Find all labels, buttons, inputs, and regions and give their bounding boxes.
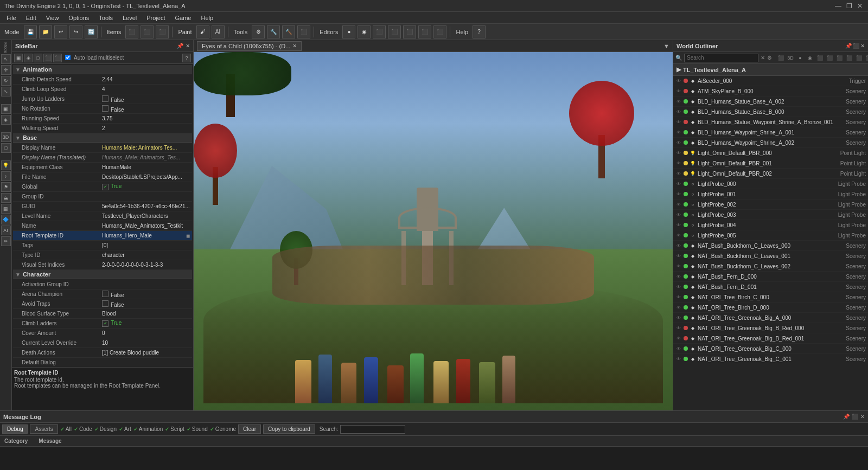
mode-nav-btn[interactable]: ⚑ — [1, 182, 11, 192]
log-filter-animation[interactable]: ✓ Animation — [133, 426, 163, 432]
prop-jump-up-ladders[interactable]: Jump Up Ladders False — [13, 94, 192, 104]
outliner-item[interactable]: 👁○LightProbe_003Light Probe — [673, 210, 868, 220]
outliner-eye-icon[interactable]: 👁 — [675, 181, 682, 187]
mode-sound-btn[interactable]: ♪ — [1, 171, 11, 181]
log-filter-sound[interactable]: ✓ Sound — [187, 426, 208, 432]
animation-section-header[interactable]: ▼ Animation — [13, 65, 192, 74]
sidebar-btn-2[interactable]: ◈ — [24, 54, 33, 62]
base-section-header[interactable]: ▼ Base — [13, 133, 192, 143]
prop-root-template-id[interactable]: Root Template ID Humans_Hero_Male ◼ — [13, 231, 192, 241]
log-filter-design[interactable]: ✓ Design — [94, 426, 117, 432]
prop-type-id[interactable]: Type ID character — [13, 250, 192, 260]
prop-name-field[interactable]: Name Humans_Male_Animators_Testkit — [13, 221, 192, 231]
sidebar-btn-4[interactable]: ⬛ — [43, 54, 52, 62]
prop-display-name-translated[interactable]: Display Name (Translated) Humans_Male: A… — [13, 153, 192, 163]
prop-current-level-override[interactable]: Current Level Override 10 — [13, 338, 192, 348]
menu-level[interactable]: Level — [118, 14, 141, 22]
outliner-close-btn[interactable]: ✕ — [860, 43, 865, 49]
checkbox-arena-champion[interactable] — [102, 291, 108, 297]
prop-default-dialog[interactable]: Default Dialog — [13, 358, 192, 367]
outliner-item[interactable]: 👁◆BLD_Humans_Statue_Base_A_002Scenery — [673, 96, 868, 107]
outliner-list[interactable]: 👁◆AiSeeder_000Trigger👁◆ATM_SkyPlane_B_00… — [673, 76, 868, 410]
outliner-item[interactable]: 👁◆BLD_Humans_Statue_Waypoint_Shrine_A_Br… — [673, 117, 868, 127]
toolbar-items-btn1[interactable]: ⬛ — [125, 25, 138, 38]
sidebar-pin-btn[interactable]: 📌 — [177, 43, 183, 49]
prop-avoid-traps[interactable]: Avoid Traps False — [13, 299, 192, 309]
prop-climb-ladders[interactable]: Climb Ladders ✓True — [13, 319, 192, 329]
menu-file[interactable]: File — [2, 14, 21, 22]
outliner-search-input[interactable] — [684, 54, 758, 62]
outliner-maximize-btn[interactable]: ⬛ — [853, 43, 859, 49]
outliner-item[interactable]: 👁◆NAT_Bush_Fern_D_000Scenery — [673, 272, 868, 282]
prop-visual-set-indices[interactable]: Visual Set Indices 2-0-0-0-0-0-0-0-0-3-1… — [13, 260, 192, 270]
outliner-eye-icon[interactable]: 👁 — [675, 98, 682, 105]
outliner-search-clear[interactable]: ✕ — [761, 55, 765, 61]
toolbar-paint-btn[interactable]: 🖌 — [196, 25, 209, 38]
outliner-eye-icon[interactable]: 👁 — [675, 211, 682, 218]
checkbox-no-rotation[interactable] — [102, 105, 108, 112]
outliner-eye-icon[interactable]: 👁 — [675, 263, 682, 269]
checkbox-climb-ladders[interactable]: ✓ — [102, 320, 108, 327]
toolbar-editors-btn1[interactable]: ● — [342, 25, 355, 38]
select-mode-btn[interactable]: ↖ — [1, 54, 11, 64]
outliner-item[interactable]: 👁💡Light_Omni_Default_PBR_000Point Light — [673, 148, 868, 158]
outliner-item[interactable]: 👁○LightProbe_000Light Probe — [673, 179, 868, 189]
view-front-btn[interactable]: ▣ — [1, 104, 11, 114]
filter-btn-8[interactable]: ⬛ — [845, 54, 853, 62]
message-log-pin-btn[interactable]: 📌 — [843, 414, 850, 420]
checkbox-avoid-traps[interactable] — [102, 300, 108, 307]
prop-arena-champion[interactable]: Arena Champion False — [13, 289, 192, 299]
outliner-eye-icon[interactable]: 👁 — [675, 232, 682, 239]
outliner-search-settings[interactable]: ⚙ — [767, 55, 772, 61]
toolbar-editors-btn5[interactable]: ⬛ — [403, 25, 416, 38]
outliner-item[interactable]: 👁○LightProbe_005Light Probe — [673, 230, 868, 241]
sidebar-btn-1[interactable]: ▣ — [14, 54, 23, 62]
prop-global[interactable]: Global ✓True — [13, 182, 192, 192]
outliner-eye-icon[interactable]: 👁 — [675, 191, 682, 197]
outliner-item[interactable]: 👁○LightProbe_002Light Probe — [673, 199, 868, 210]
outliner-item[interactable]: 👁◆NAT_ORI_Tree_Greenoak_Big_C_001Scenery — [673, 354, 868, 364]
viewport-tab[interactable]: Eyes of a Child (1006x755) - (D... ✕ — [197, 41, 302, 51]
filter-btn-5[interactable]: ⬛ — [815, 54, 824, 62]
character-section-header[interactable]: ▼ Character — [13, 270, 192, 279]
toolbar-editors-btn7[interactable]: ⬛ — [433, 25, 446, 38]
outliner-eye-icon[interactable]: 👁 — [675, 345, 682, 352]
outliner-eye-icon[interactable]: 👁 — [675, 325, 682, 331]
rotate-mode-btn[interactable]: ↻ — [1, 76, 11, 86]
outliner-eye-icon[interactable]: 👁 — [675, 304, 682, 311]
outliner-item[interactable]: 👁◆BLD_Humans_Waypoint_Shrine_A_002Scener… — [673, 138, 868, 148]
menu-help[interactable]: Help — [196, 14, 218, 22]
log-filter-all[interactable]: ✓ All — [60, 426, 72, 432]
viewport-tab-close[interactable]: ✕ — [292, 43, 297, 49]
log-filter-script[interactable]: ✓ Script — [165, 426, 184, 432]
outliner-item[interactable]: 👁◆NAT_ORI_Tree_Greenoak_Big_C_000Scenery — [673, 344, 868, 354]
filter-btn-10[interactable]: ⬛ — [864, 54, 868, 62]
prop-cover-amount[interactable]: Cover Amount 0 — [13, 329, 192, 338]
prop-no-rotation[interactable]: No Rotation False — [13, 104, 192, 114]
menu-view[interactable]: View — [42, 14, 63, 22]
filter-btn-7[interactable]: ⬛ — [835, 54, 844, 62]
toolbar-save-btn[interactable]: 💾 — [24, 25, 37, 38]
outliner-item[interactable]: 👁◆NAT_Bush_Buckthorn_C_Leaves_001Scenery — [673, 251, 868, 261]
prop-death-actions[interactable]: Death Actions [1] Create Blood puddle — [13, 348, 192, 358]
sidebar-btn-5[interactable]: ⬛ — [53, 54, 62, 62]
outliner-eye-icon[interactable]: 👁 — [675, 78, 682, 84]
menu-options[interactable]: Options — [64, 14, 93, 22]
log-tab-asserts[interactable]: Asserts — [30, 424, 58, 434]
filter-btn-3[interactable]: ● — [796, 54, 805, 62]
outliner-eye-icon[interactable]: 👁 — [675, 222, 682, 228]
toolbar-editors-btn3[interactable]: ⬛ — [373, 25, 386, 38]
toolbar-tools-btn2[interactable]: 🔧 — [267, 25, 280, 38]
outliner-eye-icon[interactable]: 👁 — [675, 160, 682, 166]
checkbox-jump-ladders[interactable] — [102, 95, 108, 102]
outliner-eye-icon[interactable]: 👁 — [675, 273, 682, 280]
prop-group-id[interactable]: Group ID — [13, 192, 192, 202]
sidebar-btn-3[interactable]: ⬡ — [34, 54, 42, 62]
auto-load-check[interactable] — [65, 55, 71, 61]
filter-btn-2[interactable]: 3D — [786, 54, 795, 62]
message-log-close-btn[interactable]: ✕ — [860, 414, 865, 420]
outliner-item[interactable]: 👁○LightProbe_004Light Probe — [673, 220, 868, 230]
toolbar-editors-btn6[interactable]: ⬛ — [418, 25, 431, 38]
prop-level-name[interactable]: Level Name Testlevel_PlayerCharacters — [13, 211, 192, 221]
outliner-eye-icon[interactable]: 👁 — [675, 108, 682, 115]
